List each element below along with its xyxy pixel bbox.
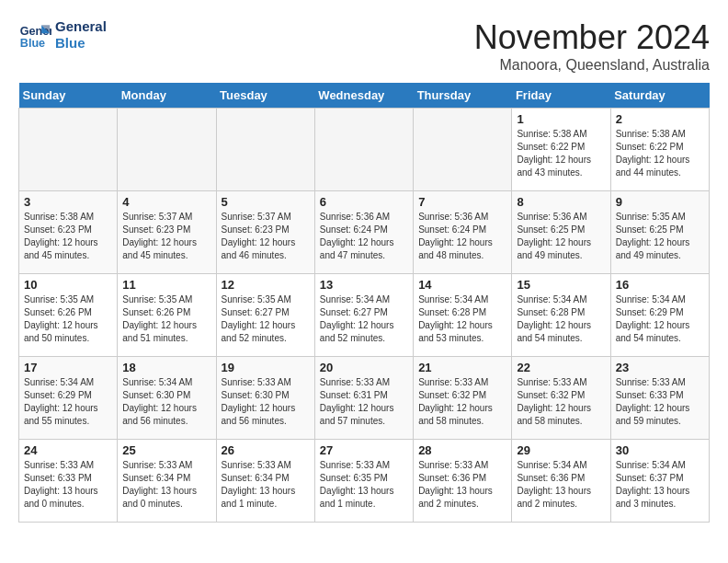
calendar-cell: 12Sunrise: 5:35 AM Sunset: 6:27 PM Dayli…: [216, 274, 314, 357]
day-number: 10: [24, 278, 112, 292]
calendar-cell: [414, 109, 512, 191]
day-number: 17: [24, 361, 112, 374]
calendar-cell: 15Sunrise: 5:34 AM Sunset: 6:28 PM Dayli…: [512, 274, 610, 357]
day-info: Sunrise: 5:35 AM Sunset: 6:27 PM Dayligh…: [222, 293, 310, 345]
day-info: Sunrise: 5:33 AM Sunset: 6:32 PM Dayligh…: [418, 376, 506, 428]
day-info: Sunrise: 5:37 AM Sunset: 6:23 PM Dayligh…: [222, 211, 310, 262]
calendar-cell: 24Sunrise: 5:33 AM Sunset: 6:33 PM Dayli…: [19, 440, 118, 523]
calendar-cell: 17Sunrise: 5:34 AM Sunset: 6:29 PM Dayli…: [19, 357, 118, 440]
day-number: 6: [320, 195, 408, 209]
day-number: 28: [418, 443, 506, 457]
day-number: 29: [517, 443, 605, 457]
day-info: Sunrise: 5:37 AM Sunset: 6:23 PM Dayligh…: [122, 211, 210, 262]
day-info: Sunrise: 5:34 AM Sunset: 6:29 PM Dayligh…: [24, 376, 112, 428]
day-info: Sunrise: 5:35 AM Sunset: 6:26 PM Dayligh…: [24, 293, 112, 345]
col-header-wednesday: Wednesday: [314, 83, 413, 109]
calendar-cell: 25Sunrise: 5:33 AM Sunset: 6:34 PM Dayli…: [118, 440, 216, 523]
day-info: Sunrise: 5:33 AM Sunset: 6:30 PM Dayligh…: [222, 376, 310, 428]
calendar-table: SundayMondayTuesdayWednesdayThursdayFrid…: [18, 83, 710, 523]
day-info: Sunrise: 5:33 AM Sunset: 6:33 PM Dayligh…: [24, 459, 112, 511]
day-number: 25: [122, 443, 210, 457]
day-number: 26: [222, 443, 310, 457]
day-number: 13: [320, 278, 408, 292]
location-title: Manoora, Queensland, Australia: [474, 57, 710, 74]
logo: General Blue General Blue: [18, 18, 107, 52]
calendar-cell: 22Sunrise: 5:33 AM Sunset: 6:32 PM Dayli…: [512, 357, 610, 440]
calendar-cell: 4Sunrise: 5:37 AM Sunset: 6:23 PM Daylig…: [118, 191, 216, 274]
calendar-cell: 16Sunrise: 5:34 AM Sunset: 6:29 PM Dayli…: [610, 274, 709, 357]
day-info: Sunrise: 5:33 AM Sunset: 6:34 PM Dayligh…: [222, 459, 310, 511]
calendar-cell: 23Sunrise: 5:33 AM Sunset: 6:33 PM Dayli…: [610, 357, 709, 440]
day-number: 20: [320, 361, 408, 374]
calendar-cell: 26Sunrise: 5:33 AM Sunset: 6:34 PM Dayli…: [216, 440, 314, 523]
calendar-cell: 13Sunrise: 5:34 AM Sunset: 6:27 PM Dayli…: [314, 274, 413, 357]
day-info: Sunrise: 5:34 AM Sunset: 6:28 PM Dayligh…: [517, 293, 605, 345]
header: General Blue General Blue November 2024 …: [18, 18, 710, 74]
calendar-cell: [314, 109, 413, 191]
calendar-cell: 30Sunrise: 5:34 AM Sunset: 6:37 PM Dayli…: [610, 440, 709, 523]
day-info: Sunrise: 5:36 AM Sunset: 6:24 PM Dayligh…: [418, 211, 506, 262]
week-row-5: 24Sunrise: 5:33 AM Sunset: 6:33 PM Dayli…: [19, 440, 710, 523]
calendar-cell: 14Sunrise: 5:34 AM Sunset: 6:28 PM Dayli…: [414, 274, 512, 357]
day-info: Sunrise: 5:34 AM Sunset: 6:27 PM Dayligh…: [320, 293, 408, 345]
calendar-cell: 27Sunrise: 5:33 AM Sunset: 6:35 PM Dayli…: [314, 440, 413, 523]
day-number: 9: [616, 195, 704, 209]
week-row-1: 1Sunrise: 5:38 AM Sunset: 6:22 PM Daylig…: [19, 109, 710, 191]
day-number: 7: [418, 195, 506, 209]
day-info: Sunrise: 5:35 AM Sunset: 6:25 PM Dayligh…: [616, 211, 704, 262]
title-section: November 2024 Manoora, Queensland, Austr…: [474, 18, 710, 74]
day-info: Sunrise: 5:33 AM Sunset: 6:34 PM Dayligh…: [122, 459, 210, 511]
col-header-monday: Monday: [118, 83, 216, 109]
calendar-cell: 21Sunrise: 5:33 AM Sunset: 6:32 PM Dayli…: [414, 357, 512, 440]
week-row-4: 17Sunrise: 5:34 AM Sunset: 6:29 PM Dayli…: [19, 357, 710, 440]
calendar-cell: [19, 109, 118, 191]
day-number: 5: [222, 195, 310, 209]
day-number: 16: [616, 278, 704, 292]
calendar-cell: 28Sunrise: 5:33 AM Sunset: 6:36 PM Dayli…: [414, 440, 512, 523]
calendar-cell: 11Sunrise: 5:35 AM Sunset: 6:26 PM Dayli…: [118, 274, 216, 357]
day-number: 1: [517, 112, 605, 126]
col-header-saturday: Saturday: [610, 83, 709, 109]
calendar-cell: [118, 109, 216, 191]
col-header-sunday: Sunday: [19, 83, 118, 109]
calendar-cell: 2Sunrise: 5:38 AM Sunset: 6:22 PM Daylig…: [610, 109, 709, 191]
day-info: Sunrise: 5:33 AM Sunset: 6:36 PM Dayligh…: [418, 459, 506, 511]
calendar-cell: [216, 109, 314, 191]
day-info: Sunrise: 5:34 AM Sunset: 6:29 PM Dayligh…: [616, 293, 704, 345]
calendar-cell: 10Sunrise: 5:35 AM Sunset: 6:26 PM Dayli…: [19, 274, 118, 357]
day-number: 30: [616, 443, 704, 457]
day-number: 27: [320, 443, 408, 457]
calendar-cell: 20Sunrise: 5:33 AM Sunset: 6:31 PM Dayli…: [314, 357, 413, 440]
logo-icon: General Blue: [18, 18, 51, 52]
day-info: Sunrise: 5:33 AM Sunset: 6:31 PM Dayligh…: [320, 376, 408, 428]
day-number: 18: [122, 361, 210, 374]
month-title: November 2024: [474, 18, 710, 57]
calendar-cell: 5Sunrise: 5:37 AM Sunset: 6:23 PM Daylig…: [216, 191, 314, 274]
calendar-cell: 29Sunrise: 5:34 AM Sunset: 6:36 PM Dayli…: [512, 440, 610, 523]
calendar-cell: 18Sunrise: 5:34 AM Sunset: 6:30 PM Dayli…: [118, 357, 216, 440]
col-header-tuesday: Tuesday: [216, 83, 314, 109]
calendar-cell: 19Sunrise: 5:33 AM Sunset: 6:30 PM Dayli…: [216, 357, 314, 440]
day-info: Sunrise: 5:33 AM Sunset: 6:33 PM Dayligh…: [616, 376, 704, 428]
calendar-cell: 9Sunrise: 5:35 AM Sunset: 6:25 PM Daylig…: [610, 191, 709, 274]
week-row-2: 3Sunrise: 5:38 AM Sunset: 6:23 PM Daylig…: [19, 191, 710, 274]
svg-text:Blue: Blue: [20, 37, 45, 50]
day-number: 19: [222, 361, 310, 374]
day-number: 11: [122, 278, 210, 292]
day-info: Sunrise: 5:33 AM Sunset: 6:35 PM Dayligh…: [320, 459, 408, 511]
logo-line1: General: [55, 18, 107, 35]
calendar-cell: 8Sunrise: 5:36 AM Sunset: 6:25 PM Daylig…: [512, 191, 610, 274]
day-info: Sunrise: 5:38 AM Sunset: 6:22 PM Dayligh…: [517, 128, 605, 179]
calendar-cell: 7Sunrise: 5:36 AM Sunset: 6:24 PM Daylig…: [414, 191, 512, 274]
day-number: 2: [616, 112, 704, 126]
day-info: Sunrise: 5:34 AM Sunset: 6:36 PM Dayligh…: [517, 459, 605, 511]
calendar-cell: 6Sunrise: 5:36 AM Sunset: 6:24 PM Daylig…: [314, 191, 413, 274]
logo-line2: Blue: [55, 35, 107, 52]
calendar-cell: 1Sunrise: 5:38 AM Sunset: 6:22 PM Daylig…: [512, 109, 610, 191]
day-info: Sunrise: 5:34 AM Sunset: 6:37 PM Dayligh…: [616, 459, 704, 511]
day-info: Sunrise: 5:34 AM Sunset: 6:30 PM Dayligh…: [122, 376, 210, 428]
day-number: 24: [24, 443, 112, 457]
day-info: Sunrise: 5:36 AM Sunset: 6:25 PM Dayligh…: [517, 211, 605, 262]
col-header-thursday: Thursday: [414, 83, 512, 109]
day-number: 12: [222, 278, 310, 292]
